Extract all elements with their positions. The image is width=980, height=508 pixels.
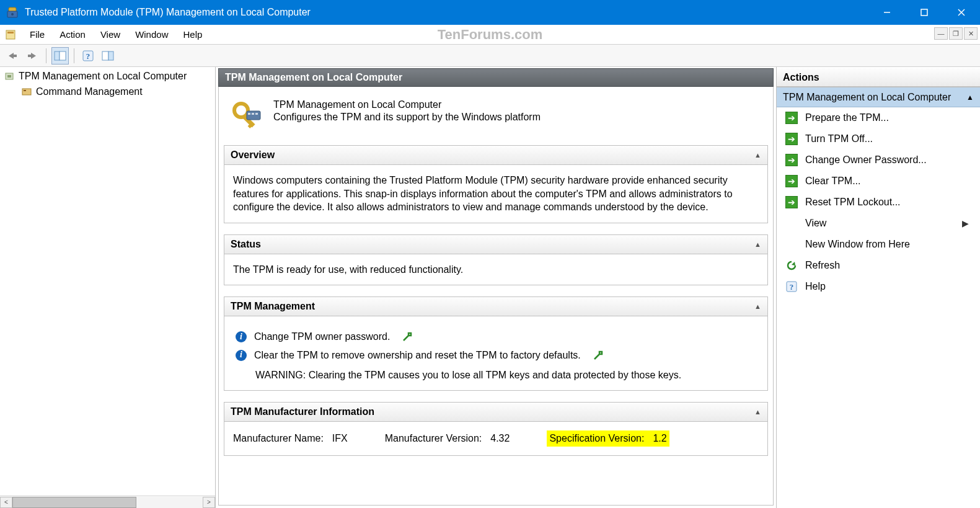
actions-pane: Actions TPM Management on Local Computer…: [777, 67, 980, 508]
back-button[interactable]: [4, 47, 21, 65]
action-view[interactable]: View▶: [777, 213, 980, 234]
collapse-icon[interactable]: ▲: [754, 408, 761, 416]
tree-child-command-management[interactable]: Command Management: [0, 84, 215, 99]
mfr-spec-value: 1.2: [653, 432, 666, 445]
section-overview-header[interactable]: Overview ▲: [224, 146, 767, 165]
section-mfr-header[interactable]: TPM Manufacturer Information ▲: [224, 403, 767, 422]
mfr-name-value: IFX: [332, 432, 348, 445]
svg-rect-9: [13, 55, 17, 57]
section-manufacturer: TPM Manufacturer Information ▲ Manufactu…: [224, 402, 768, 456]
app-icon: [6, 6, 19, 19]
help-icon: ?: [785, 280, 798, 293]
svg-point-21: [234, 104, 248, 117]
menu-window[interactable]: Window: [128, 27, 175, 42]
action-new-window-from-here[interactable]: New Window from Here: [777, 234, 980, 255]
blank-icon: [785, 217, 798, 229]
svg-rect-26: [252, 113, 254, 115]
mfr-ver-value: 4.32: [490, 432, 510, 445]
action-change-owner-password[interactable]: ➔Change Owner Password...: [777, 149, 980, 171]
scroll-left-button[interactable]: <: [0, 497, 12, 508]
tree-root-label: TPM Management on Local Computer: [19, 71, 187, 82]
svg-rect-19: [22, 89, 31, 95]
chevron-right-icon: ▶: [962, 218, 969, 228]
svg-rect-27: [255, 113, 258, 115]
menu-file[interactable]: File: [22, 27, 52, 42]
action-prepare-the-tpm[interactable]: ➔Prepare the TPM...: [777, 107, 980, 128]
tree-root[interactable]: TPM Management on Local Computer: [0, 68, 215, 84]
action-label: Change Owner Password...: [805, 154, 927, 166]
refresh-icon: [785, 259, 798, 272]
close-button[interactable]: [943, 0, 980, 25]
show-hide-tree-button[interactable]: [51, 47, 69, 65]
svg-rect-11: [55, 51, 60, 60]
forward-button[interactable]: [24, 47, 41, 65]
action-label: New Window from Here: [805, 239, 910, 250]
action-clear-tpm[interactable]: ➔Clear TPM...: [777, 171, 980, 192]
tree-child-label: Command Management: [36, 86, 143, 97]
section-mgmt-header[interactable]: TPM Management ▲: [224, 297, 767, 316]
svg-rect-4: [921, 9, 927, 16]
actions-group-header[interactable]: TPM Management on Local Computer ▲: [777, 87, 980, 107]
svg-rect-12: [60, 51, 66, 60]
link-arrow-icon: [402, 332, 412, 342]
window-title: Trusted Platform Module (TPM) Management…: [25, 7, 311, 18]
collapse-icon[interactable]: ▲: [754, 303, 761, 310]
info-icon: i: [236, 350, 247, 361]
action-reset-tpm-lockout[interactable]: ➔Reset TPM Lockout...: [777, 192, 980, 213]
action-refresh[interactable]: Refresh: [777, 255, 980, 276]
section-tpm-management: TPM Management ▲ i Change TPM owner pass…: [224, 296, 768, 391]
svg-text:?: ?: [790, 282, 794, 292]
mgmt-change-password[interactable]: i Change TPM owner password.: [236, 330, 759, 344]
action-label: Prepare the TPM...: [805, 112, 889, 123]
collapse-icon[interactable]: ▲: [966, 93, 974, 102]
actions-header: Actions: [777, 68, 980, 87]
actions-group-label: TPM Management on Local Computer: [783, 92, 951, 103]
center-pane: TPM Management on Local Computer TPM Man…: [216, 67, 777, 508]
intro-title: TPM Management on Local Computer: [273, 99, 541, 110]
help-button[interactable]: ?: [79, 47, 97, 65]
svg-text:?: ?: [86, 51, 90, 61]
tree-h-scrollbar[interactable]: < >: [0, 496, 215, 508]
section-status-header[interactable]: Status ▲: [224, 235, 767, 254]
overview-body: Windows computers containing the Trusted…: [224, 165, 767, 223]
mgmt-clear-tpm[interactable]: i Clear the TPM to remove ownership and …: [236, 349, 759, 362]
action-label: Clear TPM...: [805, 176, 861, 187]
svg-rect-24: [247, 111, 260, 120]
svg-point-2: [11, 13, 14, 16]
minimize-button[interactable]: [868, 0, 906, 25]
menu-action[interactable]: Action: [52, 27, 93, 42]
status-body: The TPM is ready for use, with reduced f…: [224, 254, 767, 285]
go-arrow-icon: ➔: [785, 133, 798, 145]
watermark: TenForums.com: [438, 27, 543, 43]
menubar: File Action View Window Help TenForums.c…: [0, 25, 980, 45]
action-pane-button[interactable]: [99, 47, 117, 65]
mgmt-title: TPM Management: [231, 301, 315, 312]
center-header: TPM Management on Local Computer: [218, 68, 774, 87]
action-label: View: [805, 218, 826, 229]
mfr-name-label: Manufacturer Name:: [233, 432, 324, 445]
svg-rect-25: [248, 113, 250, 115]
info-icon: i: [236, 331, 247, 342]
menu-view[interactable]: View: [93, 27, 128, 42]
toolbar: ?: [0, 45, 980, 67]
mdi-minimize-button[interactable]: —: [934, 27, 948, 40]
tree-pane: TPM Management on Local Computer Command…: [0, 67, 216, 508]
tpm-key-icon: [230, 99, 262, 131]
mdi-restore-button[interactable]: ❐: [949, 27, 963, 40]
mdi-close-button[interactable]: ✕: [964, 27, 978, 40]
collapse-icon[interactable]: ▲: [754, 241, 761, 248]
go-arrow-icon: ➔: [785, 175, 798, 187]
action-label: Refresh: [805, 260, 840, 271]
svg-rect-20: [24, 90, 26, 91]
mmc-icon: [4, 28, 17, 42]
collapse-icon[interactable]: ▲: [754, 151, 761, 159]
blank-icon: [785, 238, 798, 251]
scroll-thumb[interactable]: [12, 497, 136, 508]
menu-help[interactable]: Help: [175, 27, 210, 42]
scroll-right-button[interactable]: >: [203, 497, 215, 508]
mgmt-warning: WARNING: Clearing the TPM causes you to …: [255, 368, 759, 382]
action-help[interactable]: ?Help: [777, 276, 980, 297]
svg-rect-16: [108, 51, 113, 60]
maximize-button[interactable]: [906, 0, 943, 25]
action-turn-tpm-off[interactable]: ➔Turn TPM Off...: [777, 128, 980, 149]
